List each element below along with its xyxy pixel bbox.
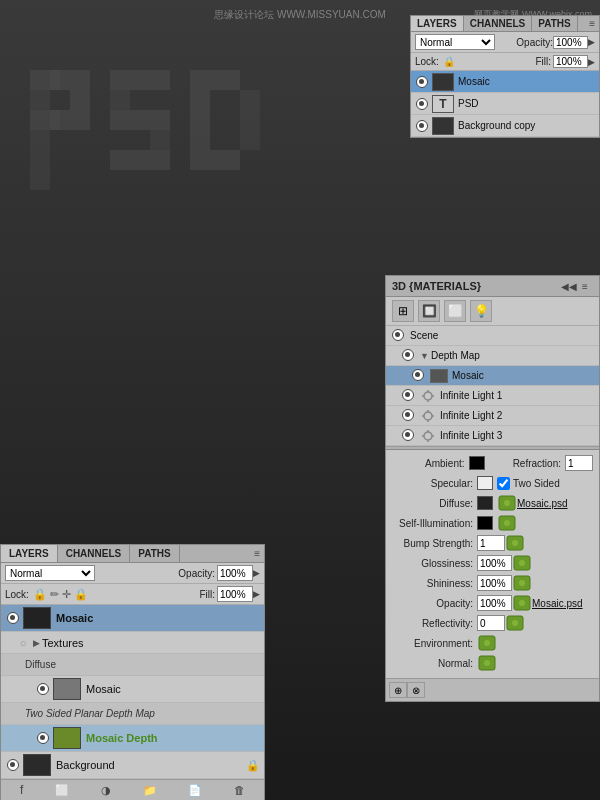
lock-row-small: Lock: 🔒 Fill: ▶ <box>411 53 599 71</box>
glossiness-icon-btn[interactable] <box>512 555 532 571</box>
layer-mosaic-main[interactable]: Mosaic <box>1 605 264 632</box>
main-opacity-arrow[interactable]: ▶ <box>253 568 260 578</box>
eye-mosaic-small[interactable] <box>415 75 429 89</box>
tab-paths-small[interactable]: PATHS <box>532 16 577 31</box>
opacity-mat-input[interactable] <box>477 595 512 611</box>
opacity-mat-label: Opacity: <box>392 598 477 609</box>
scene-row[interactable]: Scene <box>386 326 599 346</box>
reflectivity-input[interactable] <box>477 615 505 631</box>
menu-icon[interactable]: ≡ <box>577 278 593 294</box>
fill-input-small[interactable] <box>553 55 588 68</box>
eye-depthmap[interactable] <box>402 349 416 363</box>
layers-main-options[interactable]: ≡ <box>250 545 264 562</box>
svg-rect-14 <box>150 130 170 150</box>
fill-arrow-small[interactable]: ▶ <box>588 57 595 67</box>
tab-layers-main[interactable]: LAYERS <box>1 545 58 562</box>
layer-mosaic-depth[interactable]: Mosaic Depth <box>1 725 264 752</box>
toolbar-btn-3[interactable]: ⬜ <box>444 300 466 322</box>
bottom-btn-1[interactable]: ⊕ <box>389 682 407 698</box>
bump-icon-btn[interactable] <box>505 535 525 551</box>
folder-arrow-textures: ▶ <box>33 638 40 648</box>
scene-light1[interactable]: Infinite Light 1 <box>386 386 599 406</box>
shininess-input[interactable] <box>477 575 512 591</box>
main-opacity-input[interactable] <box>217 565 253 581</box>
glossiness-input[interactable] <box>477 555 512 571</box>
shininess-icon-btn[interactable] <box>512 575 532 591</box>
blend-mode-select-small[interactable]: Normal <box>415 34 495 50</box>
opacity-arrow-small[interactable]: ▶ <box>588 37 595 47</box>
opacity-input-small[interactable] <box>553 36 588 49</box>
eye-mosaic-mat[interactable] <box>412 369 426 383</box>
toolbar-btn-2[interactable]: 🔲 <box>418 300 440 322</box>
ambient-swatch[interactable] <box>469 456 485 470</box>
svg-point-50 <box>484 640 490 646</box>
eye-psd-small[interactable] <box>415 97 429 111</box>
eye-mosaic-depth[interactable] <box>35 730 51 746</box>
collapse-icon[interactable]: ◀◀ <box>561 278 577 294</box>
self-illum-label: Self-Illumination: <box>392 518 477 529</box>
toolbar-btn-1[interactable]: ⊞ <box>392 300 414 322</box>
tab-layers-small[interactable]: LAYERS <box>411 16 464 31</box>
layer-background-main[interactable]: Background 🔒 <box>1 752 264 779</box>
panel-options-small[interactable]: ≡ <box>585 16 599 31</box>
two-sided-checkbox[interactable] <box>497 477 510 490</box>
main-blend-select[interactable]: Normal <box>5 565 95 581</box>
self-illum-icon-btn[interactable] <box>497 515 517 531</box>
fx-button[interactable]: f <box>20 783 23 797</box>
layer-name-bgcopy-small: Background copy <box>458 120 535 131</box>
add-mask-button[interactable]: ⬜ <box>55 784 69 797</box>
ambient-row: Ambient: Refraction: <box>392 454 593 472</box>
eye-light1[interactable] <box>402 389 416 403</box>
folder-button[interactable]: 📁 <box>143 784 157 797</box>
light1-label: Infinite Light 1 <box>440 390 502 401</box>
tab-paths-main[interactable]: PATHS <box>130 545 179 562</box>
svg-rect-15 <box>110 150 170 170</box>
main-fill-arrow[interactable]: ▶ <box>253 589 260 599</box>
new-layer-button[interactable]: 📄 <box>188 784 202 797</box>
eye-light3[interactable] <box>402 429 416 443</box>
shininess-label: Shininess: <box>392 578 477 589</box>
opacity-link[interactable]: Mosaic.psd <box>532 598 583 609</box>
eye-textures[interactable]: ○ <box>15 635 31 651</box>
eye-scene[interactable] <box>392 329 406 343</box>
layer-item-psd-small[interactable]: T PSD <box>411 93 599 115</box>
toolbar-btn-4[interactable]: 💡 <box>470 300 492 322</box>
svg-point-44 <box>519 580 525 586</box>
adjustment-button[interactable]: ◑ <box>101 784 111 797</box>
environment-label: Environment: <box>392 638 477 649</box>
glossiness-row: Glossiness: <box>392 554 593 572</box>
layer-mosaic-diffuse[interactable]: Mosaic <box>1 676 264 703</box>
bump-input[interactable] <box>477 535 505 551</box>
layer-item-mosaic-small[interactable]: Mosaic <box>411 71 599 93</box>
lock-icon-1[interactable]: 🔒 <box>443 56 455 67</box>
normal-icon-btn[interactable] <box>477 655 497 671</box>
environment-icon-btn[interactable] <box>477 635 497 651</box>
self-illum-swatch[interactable] <box>477 516 493 530</box>
eye-mosaic-main[interactable] <box>5 610 21 626</box>
diffuse-swatch[interactable] <box>477 496 493 510</box>
scene-light3[interactable]: Infinite Light 3 <box>386 426 599 446</box>
eye-background-main[interactable] <box>5 757 21 773</box>
scene-mosaic[interactable]: Mosaic <box>386 366 599 386</box>
layer-item-bgcopy-small[interactable]: Background copy <box>411 115 599 137</box>
diffuse-icon-btn[interactable] <box>497 495 517 511</box>
svg-rect-8 <box>70 90 90 110</box>
delete-layer-button[interactable]: 🗑 <box>234 784 245 796</box>
main-fill-input[interactable] <box>217 586 253 602</box>
bottom-btn-2[interactable]: ⊗ <box>407 682 425 698</box>
diffuse-link[interactable]: Mosaic.psd <box>517 498 568 509</box>
eye-bgcopy-small[interactable] <box>415 119 429 133</box>
eye-light2[interactable] <box>402 409 416 423</box>
specular-swatch[interactable] <box>477 476 493 490</box>
refraction-input[interactable] <box>565 455 593 471</box>
tab-channels-main[interactable]: CHANNELS <box>58 545 131 562</box>
scene-depthmap[interactable]: ▼ Depth Map <box>386 346 599 366</box>
reflectivity-icon-btn[interactable] <box>505 615 525 631</box>
bump-label: Bump Strength: <box>392 538 477 549</box>
eye-mosaic-diffuse[interactable] <box>35 681 51 697</box>
layer-textures[interactable]: ○ ▶ Textures <box>1 632 264 654</box>
opacity-icon-btn[interactable] <box>512 595 532 611</box>
tab-channels-small[interactable]: CHANNELS <box>464 16 533 31</box>
scene-light2[interactable]: Infinite Light 2 <box>386 406 599 426</box>
label-mosaic-main: Mosaic <box>56 612 93 624</box>
